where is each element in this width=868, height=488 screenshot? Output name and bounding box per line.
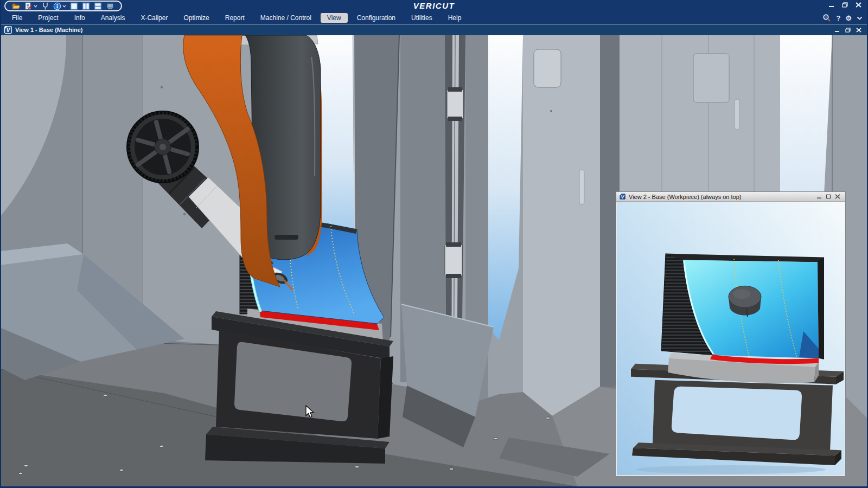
main-menubar: File Project Info Analysis X-Caliper Opt… <box>1 12 867 24</box>
menu-item-x-caliper[interactable]: X-Caliper <box>134 13 174 23</box>
workpiece-3d-viewport[interactable] <box>617 202 845 475</box>
menu-item-utilities[interactable]: Utilities <box>405 13 439 23</box>
view2-titlebar[interactable]: V View 2 - Base (Workpiece) (always on t… <box>616 192 845 202</box>
minimize-button[interactable] <box>828 2 834 8</box>
view1-window-controls <box>834 28 864 33</box>
view1-title: View 1 - Base (Machine) <box>15 27 83 33</box>
menu-item-analysis[interactable]: Analysis <box>94 13 132 23</box>
restore-button[interactable] <box>842 2 848 8</box>
view2-window: V View 2 - Base (Workpiece) (always on t… <box>616 191 846 477</box>
mouse-cursor <box>305 405 315 418</box>
app-window-controls <box>828 2 861 8</box>
settings-gear-icon[interactable]: ⚙ <box>845 15 852 22</box>
maximize-button[interactable] <box>826 194 831 199</box>
menu-item-project[interactable]: Project <box>31 13 65 23</box>
menu-item-report[interactable]: Report <box>219 13 251 23</box>
workpiece-3d-scene <box>617 202 845 475</box>
view1-titlebar[interactable]: V View 1 - Base (Machine) <box>1 24 867 35</box>
cooling-fan-icon <box>127 111 199 183</box>
minimize-button[interactable] <box>816 194 822 199</box>
vericut-application-window: VERICUT File Project Info Analysis X-Cal… <box>0 0 868 488</box>
menu-item-file[interactable]: File <box>5 13 29 23</box>
workpiece-block <box>661 254 824 383</box>
vericut-view-icon: V <box>4 26 12 34</box>
view2-title: View 2 - Base (Workpiece) (always on top… <box>629 194 741 200</box>
restore-button[interactable] <box>845 28 851 33</box>
close-button[interactable] <box>835 194 840 199</box>
vericut-view-icon: V <box>619 193 626 200</box>
minimize-button[interactable] <box>834 28 840 33</box>
close-button[interactable] <box>856 2 861 8</box>
menubar-right-icons: ? ⚙ <box>822 12 863 24</box>
vericut-logo: VERICUT <box>1 1 867 10</box>
boss-cylinder <box>729 286 761 317</box>
menu-item-view[interactable]: View <box>321 13 348 23</box>
menu-item-help[interactable]: Help <box>442 13 468 23</box>
menu-item-machine-control[interactable]: Machine / Control <box>254 13 318 23</box>
chevron-down-icon[interactable] <box>857 16 863 20</box>
close-button[interactable] <box>856 28 861 33</box>
fixture-window <box>672 387 802 440</box>
menu-item-configuration[interactable]: Configuration <box>350 13 402 23</box>
help-icon[interactable]: ? <box>836 15 840 22</box>
app-titlebar[interactable]: VERICUT <box>1 0 867 12</box>
menu-item-optimize[interactable]: Optimize <box>177 13 215 23</box>
search-icon[interactable] <box>822 14 831 22</box>
view2-window-controls <box>816 194 843 199</box>
menu-item-info[interactable]: Info <box>68 13 92 23</box>
